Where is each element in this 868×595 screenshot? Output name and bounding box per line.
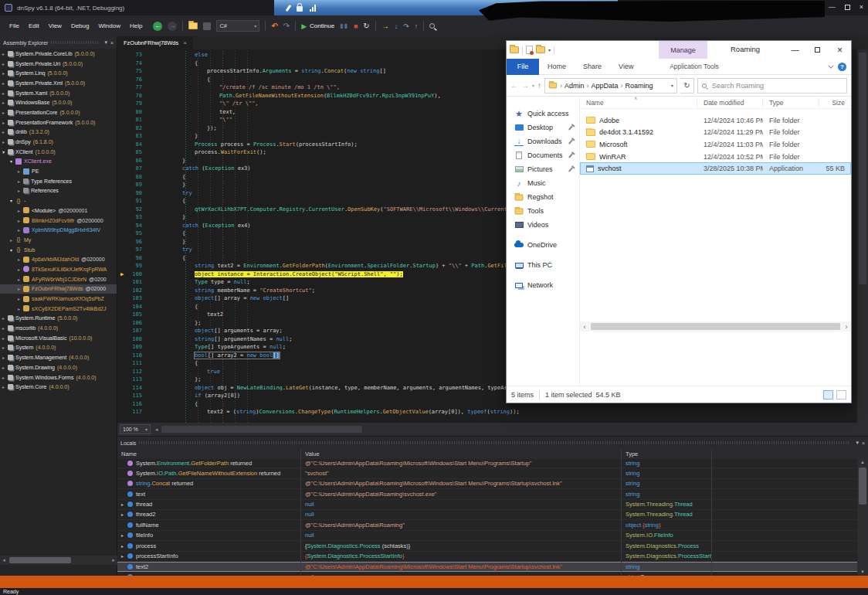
ribbon-tab-view[interactable]: View bbox=[610, 59, 642, 75]
locals-row[interactable]: ▸processStartInfo{System.Diagnostics.Pro… bbox=[117, 552, 857, 562]
sidebar-item-pictures[interactable]: Pictures bbox=[507, 162, 579, 176]
tree-item[interactable]: ▸mscorlib(4.0.0.0) bbox=[0, 323, 117, 333]
tree-item[interactable]: ▸System.Drawing(4.0.0.0) bbox=[0, 362, 117, 372]
tree-item[interactable]: ▸WindowsBase(5.0.0.0) bbox=[0, 97, 117, 107]
ribbon-tab-file[interactable]: File bbox=[507, 59, 539, 75]
tree-item[interactable]: ▸Microsoft.VisualBasic(10.0.0.0) bbox=[0, 333, 117, 343]
ribbon-manage-group[interactable]: Manage bbox=[659, 41, 707, 59]
refresh-icon[interactable]: ↻ bbox=[680, 78, 694, 94]
tree-item[interactable]: ▸System.Windows.Forms(4.0.0.0) bbox=[0, 372, 117, 382]
tree-item[interactable]: ▸dnlib(3.3.2.0) bbox=[0, 128, 117, 138]
tree-item[interactable]: ▸References bbox=[0, 186, 117, 196]
tree-item[interactable]: ▸System.Private.CoreLib(5.0.0.0) bbox=[0, 49, 117, 59]
file-row-microsoft[interactable]: Microsoft12/4/2024 11:03 PMFile folder bbox=[580, 138, 851, 151]
breadcrumb-appdata[interactable]: AppData bbox=[592, 82, 619, 90]
step-over-button[interactable]: ↷ bbox=[403, 22, 409, 30]
dnspy-window-controls[interactable]: — × bbox=[829, 3, 863, 11]
scroll-right-icon[interactable]: › bbox=[842, 323, 851, 331]
column-header-name[interactable]: Name∧ bbox=[580, 98, 697, 107]
search-box[interactable] bbox=[697, 78, 847, 94]
explorer-back-icon[interactable]: ← bbox=[510, 81, 518, 90]
menu-view[interactable]: View bbox=[49, 22, 62, 29]
continue-button[interactable]: ▶Continue bbox=[301, 22, 334, 30]
step-into-button[interactable]: ↓ bbox=[395, 22, 398, 30]
menu-debug[interactable]: Debug bbox=[71, 22, 90, 29]
details-view-icon[interactable] bbox=[823, 390, 833, 400]
breadcrumb-admin[interactable]: Admin bbox=[565, 82, 585, 90]
locals-row[interactable]: fullName@"C:\Users\Admin\AppData\Roaming… bbox=[117, 520, 857, 530]
sidebar-item-desktop[interactable]: Desktop bbox=[507, 121, 579, 134]
maximize-icon[interactable] bbox=[845, 5, 850, 10]
tree-item[interactable]: ▾Stub bbox=[0, 245, 117, 255]
tree-item[interactable]: ▾XClient.exe bbox=[0, 157, 117, 167]
open-file-button[interactable] bbox=[188, 22, 198, 29]
locals-row[interactable]: ▸threadnullSystem.Threading.Thread bbox=[117, 500, 857, 510]
menu-edit[interactable]: Edit bbox=[29, 22, 39, 29]
scroll-left-icon[interactable]: ‹ bbox=[580, 323, 589, 331]
ribbon-tab-share[interactable]: Share bbox=[575, 59, 610, 75]
tree-item[interactable]: ▸PresentationFramework(5.0.0.0) bbox=[0, 117, 117, 128]
ribbon-tab-home[interactable]: Home bbox=[539, 59, 575, 75]
menu-help[interactable]: Help bbox=[130, 22, 142, 29]
file-row-svchost[interactable]: svchost3/28/2025 10:38 PMApplication55 K… bbox=[580, 162, 851, 175]
file-row-winrar[interactable]: WinRAR12/4/2024 10:52 PMFile folder bbox=[580, 151, 851, 163]
explorer-hscrollbar[interactable]: ‹ › bbox=[580, 321, 851, 332]
tree-item[interactable]: ▸System.Linq(5.0.0.0) bbox=[0, 68, 117, 78]
step-out-button[interactable]: ↑ bbox=[415, 22, 419, 30]
qat-customize-icon[interactable]: ▾ bbox=[548, 47, 551, 53]
break-button[interactable]: ▮▮ bbox=[340, 22, 348, 29]
quick-access-toolbar[interactable]: ▾ bbox=[510, 46, 554, 54]
minimize-icon[interactable]: — bbox=[829, 3, 836, 11]
tree-item[interactable]: ▸System.Runtime(5.0.0.0) bbox=[0, 314, 117, 324]
locals-row[interactable]: ▸process{System.Diagnostics.Process (sch… bbox=[117, 541, 857, 551]
new-folder-icon[interactable] bbox=[536, 46, 545, 53]
tree-item[interactable]: ▸sXCy6X2DEPamS2Tv4tlkBd2J bbox=[0, 304, 117, 314]
locals-row[interactable]: System.IO.Path.GetFileNameWithoutExtensi… bbox=[117, 468, 857, 478]
tree-item[interactable]: ▸System.Xaml(5.0.0.0) bbox=[0, 88, 117, 98]
panel-menu-icon[interactable]: ▾ bbox=[104, 39, 107, 46]
tree-item[interactable]: ▸System.Core(4.0.0.0) bbox=[0, 382, 117, 392]
navigate-back-button[interactable]: ← bbox=[153, 22, 162, 31]
tree-item[interactable]: ▾- bbox=[0, 196, 117, 206]
tree-item[interactable]: ▸System(4.0.0.0) bbox=[0, 343, 117, 353]
tree-item[interactable]: ▸<Module>@02000001 bbox=[0, 206, 117, 216]
ribbon-collapse-icon[interactable] bbox=[828, 63, 833, 68]
tree-item[interactable]: ▸4p6aVkbiMJdahOld@020000 bbox=[0, 254, 117, 264]
locals-vscrollbar[interactable]: ▲ ▼ bbox=[857, 458, 868, 576]
locals-row[interactable]: ▸fileInfonullSystem.IO.FileInfo bbox=[117, 531, 857, 541]
locals-row[interactable]: ▸thread2nullSystem.Threading.Thread bbox=[117, 510, 857, 520]
save-all-button[interactable] bbox=[203, 22, 211, 30]
breadcrumb-roaming[interactable]: Roaming bbox=[626, 82, 653, 90]
locals-close-icon[interactable]: × bbox=[862, 440, 865, 446]
explorer-maximize-icon[interactable] bbox=[806, 41, 829, 59]
column-header-date[interactable]: Date modified bbox=[697, 98, 763, 107]
column-header-size[interactable]: Size bbox=[819, 98, 851, 107]
sidebar-item-quick-access[interactable]: ★Quick access bbox=[507, 107, 579, 121]
column-header-type[interactable]: Type bbox=[763, 98, 819, 107]
large-icons-view-icon[interactable] bbox=[836, 390, 846, 400]
assembly-tree-hscrollbar[interactable]: ◂ ▸ bbox=[0, 556, 117, 565]
tree-item[interactable]: ▸dnSpy(6.1.8.0) bbox=[0, 137, 117, 147]
tree-item[interactable]: ▸System.Private.Uri(5.0.0.0) bbox=[0, 59, 117, 69]
tree-item[interactable]: ▸System.Management(4.0.0.0) bbox=[0, 352, 117, 362]
sidebar-item-network[interactable]: Network bbox=[507, 278, 579, 292]
explorer-minimize-icon[interactable]: — bbox=[784, 41, 806, 59]
tree-item[interactable]: ▸PE bbox=[0, 166, 117, 176]
sidebar-item-onedrive[interactable]: OneDrive bbox=[507, 238, 579, 252]
sidebar-item-videos[interactable]: Videos bbox=[507, 218, 579, 232]
tree-item[interactable]: ▸PresentationCore(5.0.0.0) bbox=[0, 107, 117, 117]
navigate-forward-button[interactable]: → bbox=[168, 22, 177, 31]
editor-vscrollbar[interactable] bbox=[857, 49, 868, 423]
explorer-forward-icon[interactable]: → bbox=[521, 81, 529, 90]
sidebar-item-music[interactable]: ♪Music bbox=[507, 176, 579, 190]
ribbon-application-tools-tab[interactable]: Application Tools bbox=[659, 63, 729, 70]
tree-item[interactable]: ▸My bbox=[0, 235, 117, 245]
language-select[interactable]: C#▾ bbox=[216, 20, 259, 32]
properties-icon[interactable] bbox=[526, 46, 533, 54]
sidebar-item-documents[interactable]: Documents bbox=[507, 148, 579, 162]
editor-hscrollbar[interactable] bbox=[161, 426, 865, 433]
breadcrumb[interactable]: ›Admin›AppData›Roaming ▾ bbox=[544, 78, 677, 94]
sidebar-item-downloads[interactable]: ↓Downloads bbox=[507, 134, 579, 148]
tree-item[interactable]: ▸System.Private.Xml(5.0.0.0) bbox=[0, 78, 117, 88]
sidebar-item-this-pc[interactable]: This PC bbox=[507, 258, 579, 272]
